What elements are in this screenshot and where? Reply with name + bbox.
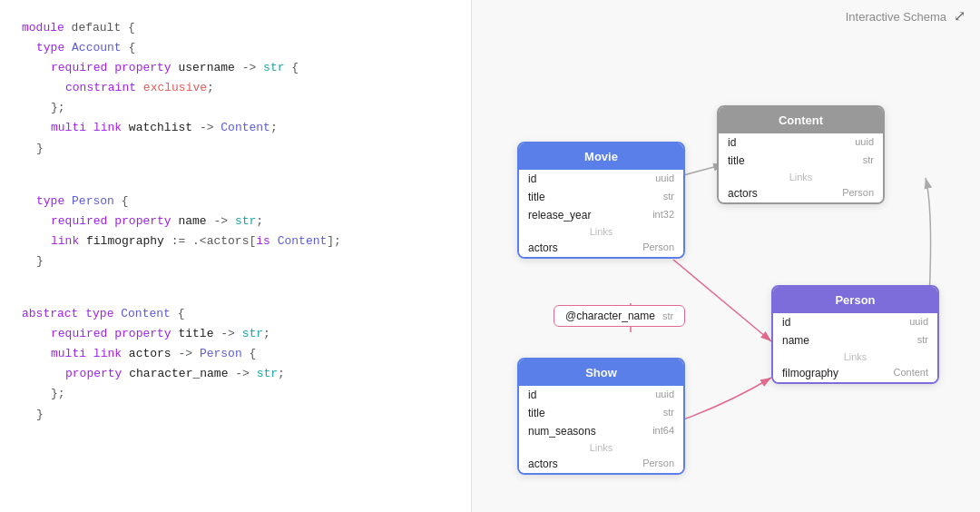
card-movie[interactable]: Movie id uuid title str release_year int… — [517, 142, 685, 259]
person-card-header: Person — [773, 287, 937, 313]
code-line: type Person { — [22, 192, 449, 212]
card-person[interactable]: Person id uuid name str Links filmograph… — [771, 285, 939, 384]
show-link-actors: actors Person — [519, 455, 683, 473]
code-panel: module default {type Account {required p… — [0, 0, 472, 512]
schema-header: Interactive Schema ⤢ — [472, 0, 980, 33]
card-show[interactable]: Show id uuid title str num_seasons int64… — [517, 358, 685, 475]
code-line: }; — [22, 384, 449, 404]
movie-card-header: Movie — [519, 143, 683, 170]
code-line: module default { — [22, 18, 449, 38]
character-name-chip[interactable]: @character_name str — [554, 305, 685, 327]
content-field-id: id uuid — [719, 133, 883, 152]
movie-card-body: id uuid title str release_year int32 Lin… — [519, 170, 683, 257]
code-line: link filmography := .<actors[is Content]… — [22, 231, 449, 251]
code-line: } — [22, 251, 449, 271]
show-field-num-seasons: num_seasons int64 — [519, 422, 683, 440]
person-field-name: name str — [773, 331, 937, 350]
code-line: property character_name -> str; — [22, 364, 449, 384]
code-line: type Account { — [22, 38, 449, 58]
chip-type: str — [662, 310, 673, 321]
schema-canvas: Movie id uuid title str release_year int… — [472, 33, 980, 512]
chip-name: @character_name — [565, 310, 655, 322]
card-content[interactable]: Content id uuid title str Links actors P… — [717, 105, 885, 204]
show-links-label: Links — [519, 440, 683, 455]
code-line: multi link actors -> Person { — [22, 344, 449, 364]
code-line: } — [22, 139, 449, 159]
code-line: required property title -> str; — [22, 324, 449, 344]
content-card-body: id uuid title str Links actors Person — [719, 133, 883, 202]
code-line: required property username -> str { — [22, 58, 449, 78]
movie-field-id: id uuid — [519, 170, 683, 188]
code-line: abstract type Content { — [22, 304, 449, 324]
person-links-label: Links — [773, 350, 937, 364]
person-link-filmography: filmography Content — [773, 364, 937, 382]
expand-icon[interactable]: ⤢ — [954, 7, 965, 25]
show-card-body: id uuid title str num_seasons int64 Link… — [519, 386, 683, 473]
content-links-label: Links — [719, 170, 883, 184]
code-line: constraint exclusive; — [22, 78, 449, 98]
show-card-header: Show — [519, 359, 683, 386]
code-line: } — [22, 405, 449, 425]
show-field-title: title str — [519, 404, 683, 422]
movie-link-actors: actors Person — [519, 239, 683, 257]
content-link-actors: actors Person — [719, 184, 883, 202]
person-card-body: id uuid name str Links filmography Conte… — [773, 313, 937, 382]
schema-panel: Interactive Schema ⤢ — [472, 0, 980, 512]
movie-field-title: title str — [519, 188, 683, 206]
schema-title: Interactive Schema — [846, 10, 946, 24]
content-card-header: Content — [719, 107, 883, 133]
code-line: required property name -> str; — [22, 212, 449, 231]
show-field-id: id uuid — [519, 386, 683, 404]
person-field-id: id uuid — [773, 313, 937, 331]
code-line: multi link watchlist -> Content; — [22, 118, 449, 138]
content-field-title: title str — [719, 152, 883, 170]
code-line: }; — [22, 98, 449, 118]
movie-links-label: Links — [519, 224, 683, 239]
movie-field-release-year: release_year int32 — [519, 206, 683, 224]
